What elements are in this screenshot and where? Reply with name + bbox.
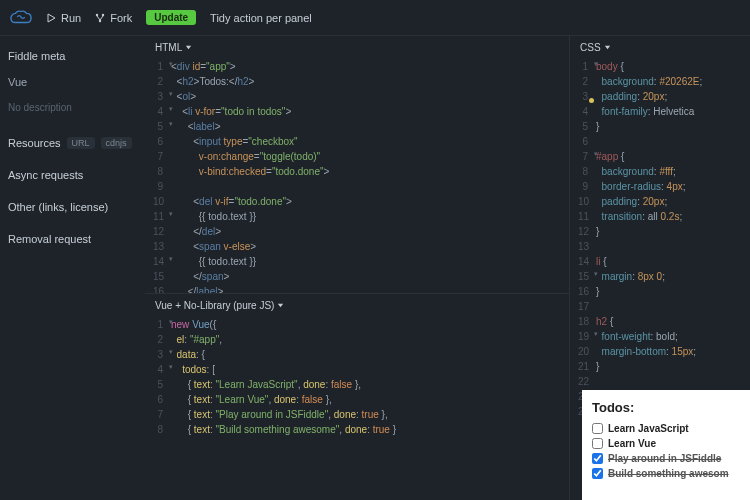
svg-point-2 (99, 19, 101, 21)
sidebar: Fiddle meta Vue No description Resources… (0, 36, 145, 500)
todo-checkbox[interactable] (592, 438, 603, 449)
html-panel-label: HTML (155, 42, 182, 53)
tag-url: URL (67, 137, 95, 149)
code-line[interactable]: <li v-for="todo in todos"> (171, 104, 291, 119)
gutter-line-number: 5 (153, 119, 171, 134)
code-line[interactable]: body { (596, 59, 624, 74)
gutter-line-number: 11 (578, 209, 596, 224)
code-line[interactable]: new Vue({ (171, 317, 216, 332)
css-panel-label: CSS (580, 42, 601, 53)
code-line[interactable]: {{ todo.text }} (171, 209, 256, 224)
code-line[interactable]: <label> (171, 119, 221, 134)
js-panel-header[interactable]: Vue + No-Library (pure JS) (145, 294, 569, 317)
run-button[interactable]: Run (46, 12, 81, 24)
warning-dot-icon (589, 98, 594, 103)
gutter-line-number: 13 (578, 239, 596, 254)
gutter-line-number: 6 (153, 134, 171, 149)
gutter-line-number: 9 (153, 179, 171, 194)
gutter-line-number: 21 (578, 359, 596, 374)
svg-point-0 (96, 13, 98, 15)
sidebar-async-requests[interactable]: Async requests (8, 161, 137, 189)
code-line[interactable]: <ol> (171, 89, 196, 104)
css-panel-header[interactable]: CSS (570, 36, 750, 59)
sidebar-resources[interactable]: Resources URL cdnjs (8, 129, 137, 157)
todo-text: Play around in JSFiddle (608, 453, 721, 464)
gutter-line-number: 2 (578, 74, 596, 89)
code-line[interactable]: v-on:change="toggle(todo)" (171, 149, 320, 164)
html-editor[interactable]: 1<div id="app">2 <h2>Todos:</h2>3 <ol>4 … (145, 59, 569, 294)
code-line[interactable]: } (596, 224, 599, 239)
html-panel-header[interactable]: HTML (145, 36, 569, 59)
code-line[interactable]: el: "#app", (171, 332, 222, 347)
code-line[interactable]: data: { (171, 347, 205, 362)
code-line[interactable]: } (596, 284, 599, 299)
code-line[interactable]: <span v-else> (171, 239, 256, 254)
code-line[interactable]: </label> (171, 284, 223, 294)
code-line[interactable]: background: #20262E; (596, 74, 702, 89)
result-pane: Todos: Learn JavaScriptLearn VuePlay aro… (582, 390, 750, 500)
output-list: Learn JavaScriptLearn VuePlay around in … (592, 421, 740, 481)
update-pill[interactable]: Update (146, 10, 196, 25)
code-line[interactable]: v-bind:checked="todo.done"> (171, 164, 329, 179)
code-line[interactable]: {{ todo.text }} (171, 254, 256, 269)
todo-text: Learn Vue (608, 438, 656, 449)
todo-checkbox[interactable] (592, 468, 603, 479)
code-line[interactable]: { text: "Learn Vue", done: false }, (171, 392, 332, 407)
code-line[interactable]: border-radius: 4px; (596, 179, 686, 194)
code-line[interactable]: li { (596, 254, 607, 269)
gutter-line-number: 7 (153, 149, 171, 164)
gutter-line-number: 11 (153, 209, 171, 224)
gutter-line-number: 19 (578, 329, 596, 344)
code-line[interactable]: #app { (596, 149, 624, 164)
code-line[interactable]: { text: "Learn JavaScript", done: false … (171, 377, 361, 392)
gutter-line-number: 2 (153, 74, 171, 89)
code-line[interactable]: } (596, 359, 599, 374)
todo-checkbox[interactable] (592, 423, 603, 434)
gutter-line-number: 12 (153, 224, 171, 239)
gutter-line-number: 13 (153, 239, 171, 254)
js-editor[interactable]: 1new Vue({2 el: "#app",3 data: {4 todos:… (145, 317, 569, 500)
gutter-line-number: 22 (578, 374, 596, 389)
code-line[interactable]: padding: 20px; (596, 89, 667, 104)
sidebar-other[interactable]: Other (links, license) (8, 193, 137, 221)
top-toolbar: Run Fork Update Tidy action per panel (0, 0, 750, 36)
description-input[interactable]: No description (8, 98, 137, 125)
editor-panes: HTML 1<div id="app">2 <h2>Todos:</h2>3 <… (145, 36, 750, 500)
code-line[interactable]: h2 { (596, 314, 613, 329)
logo-icon[interactable] (10, 9, 32, 27)
code-line[interactable]: font-family: Helvetica (596, 104, 694, 119)
code-line[interactable]: <div id="app"> (171, 59, 236, 74)
tag-cdnjs: cdnjs (101, 137, 132, 149)
gutter-line-number: 3 (153, 347, 171, 362)
code-line[interactable]: { text: "Play around in JSFiddle", done:… (171, 407, 388, 422)
gutter-line-number: 16 (578, 284, 596, 299)
code-line[interactable]: padding: 20px; (596, 194, 667, 209)
code-line[interactable]: margin-bottom: 15px; (596, 344, 696, 359)
code-line[interactable]: { text: "Build something awesome", done:… (171, 422, 396, 437)
gutter-line-number: 20 (578, 344, 596, 359)
gutter-line-number: 1 (153, 317, 171, 332)
gutter-line-number: 10 (153, 194, 171, 209)
code-line[interactable]: <h2>Todos:</h2> (171, 74, 254, 89)
code-line[interactable]: todos: [ (171, 362, 215, 377)
output-todo-item: Learn Vue (592, 436, 740, 451)
gutter-line-number: 1 (153, 59, 171, 74)
code-line[interactable]: </span> (171, 269, 229, 284)
fiddle-meta-header: Fiddle meta (8, 46, 137, 66)
code-line[interactable]: background: #fff; (596, 164, 676, 179)
caret-down-icon (604, 44, 611, 51)
code-line[interactable]: </del> (171, 224, 221, 239)
code-line[interactable]: font-weight: bold; (596, 329, 678, 344)
gutter-line-number: 8 (578, 164, 596, 179)
code-line[interactable]: transition: all 0.2s; (596, 209, 682, 224)
code-line[interactable]: <del v-if="todo.done"> (171, 194, 292, 209)
gutter-line-number: 8 (153, 164, 171, 179)
todo-checkbox[interactable] (592, 453, 603, 464)
code-line[interactable]: margin: 8px 0; (596, 269, 665, 284)
sidebar-removal-request[interactable]: Removal request (8, 225, 137, 253)
fork-button[interactable]: Fork (95, 12, 132, 24)
code-line[interactable]: } (596, 119, 599, 134)
code-line[interactable]: <input type="checkbox" (171, 134, 298, 149)
gutter-line-number: 6 (153, 392, 171, 407)
title-input[interactable]: Vue (8, 70, 137, 94)
